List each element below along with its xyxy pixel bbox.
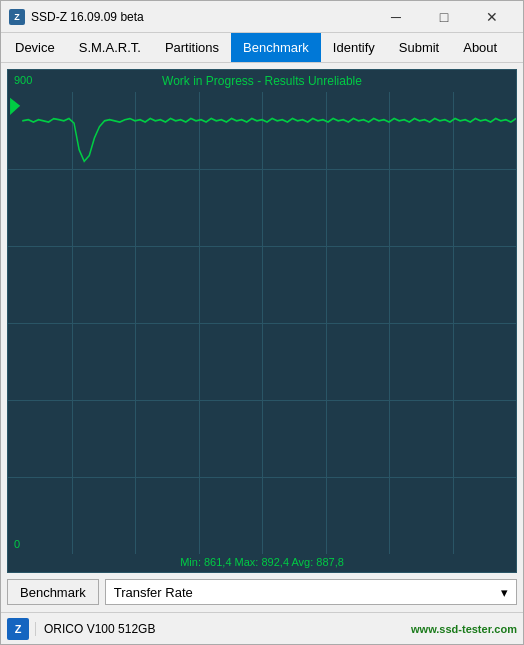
maximize-button[interactable]: □ [421, 3, 467, 31]
minimize-button[interactable]: ─ [373, 3, 419, 31]
status-icon: Z [7, 618, 29, 640]
svg-marker-0 [10, 98, 20, 115]
app-icon: Z [9, 9, 25, 25]
window-controls: ─ □ ✕ [373, 3, 515, 31]
chart-waveform [8, 92, 516, 554]
dropdown-value: Transfer Rate [114, 585, 193, 600]
chart-stats: Min: 861,4 Max: 892,4 Avg: 887,8 [8, 556, 516, 568]
menu-item-submit[interactable]: Submit [387, 33, 451, 62]
device-name: ORICO V100 512GB [35, 622, 405, 636]
menu-item-partitions[interactable]: Partitions [153, 33, 231, 62]
benchmark-button[interactable]: Benchmark [7, 579, 99, 605]
app-icon-label: Z [14, 12, 20, 22]
dropdown-arrow-icon: ▾ [501, 585, 508, 600]
main-content: Work in Progress - Results Unreliable 90… [1, 63, 523, 612]
close-button[interactable]: ✕ [469, 3, 515, 31]
benchmark-chart: Work in Progress - Results Unreliable 90… [7, 69, 517, 573]
bottom-controls: Benchmark Transfer Rate ▾ [7, 578, 517, 606]
menu-item-about[interactable]: About [451, 33, 509, 62]
statusbar: Z ORICO V100 512GB www.ssd-tester.com [1, 612, 523, 644]
website-url: www.ssd-tester.com [411, 623, 517, 635]
menu-item-benchmark[interactable]: Benchmark [231, 33, 321, 62]
menubar: Device S.M.A.R.T. Partitions Benchmark I… [1, 33, 523, 63]
menu-item-device[interactable]: Device [3, 33, 67, 62]
menu-item-smart[interactable]: S.M.A.R.T. [67, 33, 153, 62]
window-title: SSD-Z 16.09.09 beta [31, 10, 373, 24]
menu-item-identify[interactable]: Identify [321, 33, 387, 62]
transfer-rate-dropdown[interactable]: Transfer Rate ▾ [105, 579, 517, 605]
status-icon-label: Z [15, 623, 22, 635]
main-window: Z SSD-Z 16.09.09 beta ─ □ ✕ Device S.M.A… [0, 0, 524, 645]
chart-title: Work in Progress - Results Unreliable [8, 74, 516, 88]
titlebar: Z SSD-Z 16.09.09 beta ─ □ ✕ [1, 1, 523, 33]
